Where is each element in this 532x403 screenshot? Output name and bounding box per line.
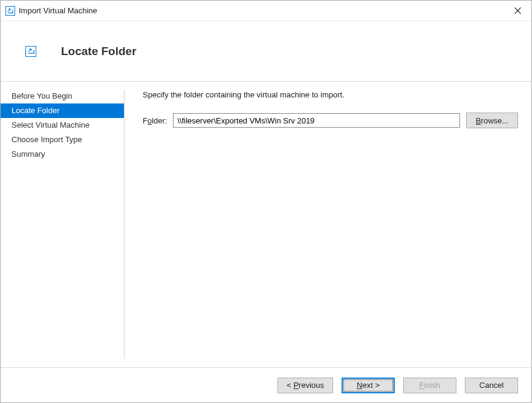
previous-button[interactable]: < Previous — [277, 378, 333, 393]
step-label: Select Virtual Machine — [11, 120, 89, 129]
instruction-text: Specify the folder containing the virtua… — [143, 90, 518, 99]
finish-button: Finish — [403, 378, 456, 393]
wizard-header: Locate Folder — [1, 21, 531, 82]
import-arrow-icon — [5, 6, 15, 16]
titlebar: Import Virtual Machine — [1, 1, 531, 21]
folder-row: Folder: Browse... — [143, 113, 518, 128]
step-summary[interactable]: Summary — [1, 147, 124, 162]
cancel-button[interactable]: Cancel — [465, 378, 518, 393]
import-arrow-icon — [25, 46, 36, 57]
step-label: Before You Begin — [11, 91, 72, 100]
page-title: Locate Folder — [61, 45, 137, 58]
step-before-you-begin[interactable]: Before You Begin — [1, 89, 124, 103]
step-locate-folder[interactable]: Locate Folder — [1, 103, 124, 118]
step-label: Choose Import Type — [11, 135, 82, 144]
close-button[interactable] — [504, 1, 531, 21]
step-select-virtual-machine[interactable]: Select Virtual Machine — [1, 118, 124, 133]
browse-button[interactable]: Browse... — [466, 113, 518, 128]
step-label: Locate Folder — [11, 106, 60, 115]
wizard-steps: Before You Begin Locate Folder Select Vi… — [1, 82, 124, 367]
next-button[interactable]: Next > — [342, 378, 395, 393]
step-choose-import-type[interactable]: Choose Import Type — [1, 133, 124, 147]
step-label: Summary — [11, 149, 45, 159]
folder-label: Folder: — [143, 116, 167, 125]
folder-input[interactable] — [173, 113, 460, 128]
wizard-window: Import Virtual Machine Locate Folder Bef… — [0, 0, 532, 403]
wizard-footer: < Previous Next > Finish Cancel — [1, 367, 531, 402]
wizard-body: Before You Begin Locate Folder Select Vi… — [1, 82, 531, 367]
wizard-content: Specify the folder containing the virtua… — [125, 82, 531, 367]
window-title: Import Virtual Machine — [19, 6, 504, 15]
close-icon — [514, 7, 521, 14]
